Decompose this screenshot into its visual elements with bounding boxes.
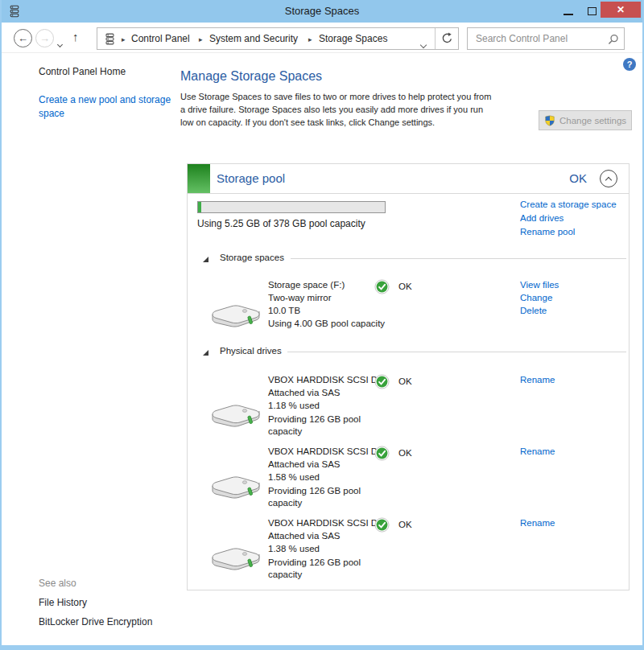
add-drives-link[interactable]: Add drives: [520, 213, 564, 223]
collapse-button[interactable]: [600, 170, 617, 187]
ok-check-icon: [374, 517, 390, 536]
close-button[interactable]: ✕: [601, 2, 641, 18]
drive-providing: Providing 126 GB pool capacity: [268, 557, 411, 581]
search-icon[interactable]: [608, 34, 619, 48]
storage-spaces-icon: [104, 33, 116, 48]
storage-space-type: Two-way mirror: [268, 293, 411, 302]
sidebar-item-control-panel-home[interactable]: Control Panel Home: [39, 66, 126, 77]
ok-check-icon: [374, 279, 390, 298]
search-input[interactable]: [474, 29, 603, 48]
storage-space-status: OK: [398, 282, 412, 291]
breadcrumb-item-control-panel[interactable]: Control Panel: [131, 33, 190, 44]
drive-providing: Providing 126 GB pool capacity: [268, 485, 411, 509]
drive-attachment: Attached via SAS: [268, 459, 411, 469]
search-box: [467, 27, 625, 50]
drive-attachment: Attached via SAS: [268, 531, 411, 541]
storage-space-icon: [208, 293, 263, 333]
storage-spaces-expander-icon[interactable]: [203, 257, 208, 262]
pool-usage-text: Using 5.25 GB of 378 GB pool capacity: [197, 218, 365, 229]
physical-drives-expander-icon[interactable]: [203, 350, 208, 356]
ok-check-icon: [374, 446, 390, 464]
drive-attachment: Attached via SAS: [268, 388, 411, 397]
minimize-button[interactable]: [564, 14, 573, 15]
delete-link[interactable]: Delete: [520, 306, 547, 315]
storage-spaces-window: Storage Spaces ✕ ← → ↑: [0, 0, 644, 650]
rename-drive-link[interactable]: Rename: [520, 446, 555, 456]
breadcrumb-item-storage-spaces[interactable]: Storage Spaces: [319, 33, 387, 44]
physical-drives-section-header: Physical drives: [220, 346, 282, 356]
drive-used: 1.58 % used: [268, 472, 411, 482]
drive-status: OK: [398, 376, 412, 386]
drive-providing: Providing 126 GB pool capacity: [268, 413, 411, 438]
rename-pool-link[interactable]: Rename pool: [520, 227, 575, 237]
storage-pool-header: Storage pool OK: [188, 164, 629, 194]
sidebar-item-file-history[interactable]: File History: [39, 597, 87, 608]
physical-drive-icon: [208, 393, 263, 433]
rename-drive-link[interactable]: Rename: [520, 518, 555, 528]
pool-usage-bar: [197, 201, 386, 213]
uac-shield-icon: [544, 115, 555, 126]
window-title: Storage Spaces: [0, 0, 644, 23]
drive-status: OK: [398, 520, 412, 529]
sidebar-item-create-pool[interactable]: Create a new pool and storage space: [39, 93, 196, 121]
forward-button[interactable]: →: [35, 29, 54, 47]
history-dropdown-icon[interactable]: [58, 35, 62, 50]
navigation-bar: ← → ↑ ▸ Control Panel ▸: [2, 23, 642, 53]
pool-usage-fill: [198, 202, 201, 212]
drive-used: 1.18 % used: [268, 401, 411, 410]
change-link[interactable]: Change: [520, 293, 552, 302]
page-title: Manage Storage Spaces: [180, 69, 322, 84]
divider: [435, 28, 436, 49]
change-settings-button[interactable]: Change settings: [539, 110, 632, 130]
pool-status: OK: [569, 164, 587, 193]
up-button[interactable]: ↑: [72, 30, 79, 43]
ok-check-icon: [374, 374, 390, 393]
drive-name: VBOX HARDDISK SCSI D...: [268, 375, 411, 385]
breadcrumb-separator-icon: ▸: [122, 35, 126, 43]
storage-space-size: 10.0 TB: [268, 306, 411, 315]
back-button[interactable]: ←: [14, 29, 32, 47]
refresh-icon[interactable]: [441, 32, 453, 47]
breadcrumb-separator-icon: ▸: [199, 35, 203, 43]
view-files-link[interactable]: View files: [520, 280, 559, 290]
divider: [287, 352, 626, 352]
maximize-button[interactable]: [588, 7, 597, 15]
drive-used: 1.38 % used: [268, 544, 411, 553]
drive-name: VBOX HARDDISK SCSI D...: [268, 446, 411, 456]
breadcrumb: ▸ Control Panel ▸ System and Security ▸ …: [97, 27, 459, 50]
storage-spaces-section-header: Storage spaces: [220, 253, 284, 262]
breadcrumb-item-system-security[interactable]: System and Security: [209, 33, 298, 44]
storage-space-name: Storage space (F:): [268, 280, 411, 290]
breadcrumb-separator-icon: ▸: [308, 35, 312, 43]
create-storage-space-link[interactable]: Create a storage space: [520, 200, 617, 209]
divider: [291, 258, 626, 259]
page-description: Use Storage Spaces to save files to two …: [180, 90, 491, 129]
help-icon[interactable]: ?: [623, 58, 636, 71]
pool-health-bar: [188, 164, 210, 193]
titlebar: Storage Spaces ✕: [0, 0, 644, 23]
physical-drive-icon: [208, 464, 263, 504]
change-settings-label: Change settings: [559, 116, 626, 125]
physical-drive-icon: [208, 536, 263, 576]
storage-space-usage: Using 4.00 GB pool capacity: [268, 319, 411, 328]
drive-name: VBOX HARDDISK SCSI D...: [268, 518, 411, 528]
see-also-label: See also: [39, 578, 76, 589]
rename-drive-link[interactable]: Rename: [520, 375, 555, 385]
breadcrumb-dropdown-icon[interactable]: [421, 36, 426, 51]
chevron-up-icon: [605, 177, 612, 183]
drive-status: OK: [398, 448, 412, 458]
storage-pool-panel: Storage pool OK Using 5.25 GB of 378 GB …: [187, 163, 630, 590]
pool-title: Storage pool: [217, 164, 285, 193]
sidebar-item-bitlocker[interactable]: BitLocker Drive Encryption: [39, 616, 152, 627]
